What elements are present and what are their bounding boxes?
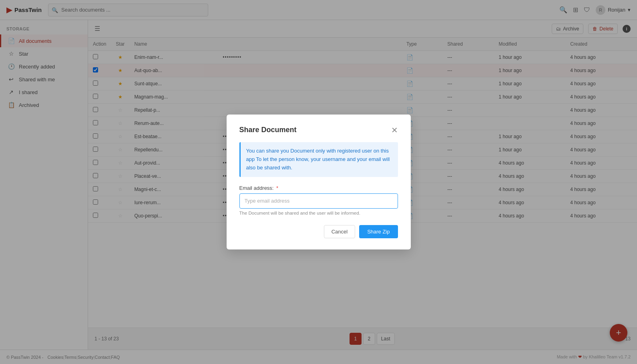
required-marker: * — [276, 185, 278, 191]
modal-header: Share Document ✕ — [239, 126, 398, 134]
share-zip-button[interactable]: Share Zip — [359, 225, 398, 238]
modal-close-button[interactable]: ✕ — [391, 126, 398, 134]
cancel-button[interactable]: Cancel — [324, 225, 355, 238]
modal-overlay[interactable]: Share Document ✕ You can share you Docum… — [0, 0, 637, 364]
modal-actions: Cancel Share Zip — [239, 225, 398, 238]
email-input[interactable] — [239, 193, 398, 209]
modal-info-text: You can share you Document only with reg… — [246, 148, 390, 171]
modal-info-box: You can share you Document only with reg… — [239, 142, 398, 177]
modal-email-label: Email address: * — [239, 185, 398, 191]
share-document-modal: Share Document ✕ You can share you Docum… — [227, 115, 411, 249]
modal-title: Share Document — [239, 126, 297, 134]
modal-email-hint: The Document will be shared and the user… — [239, 211, 398, 215]
